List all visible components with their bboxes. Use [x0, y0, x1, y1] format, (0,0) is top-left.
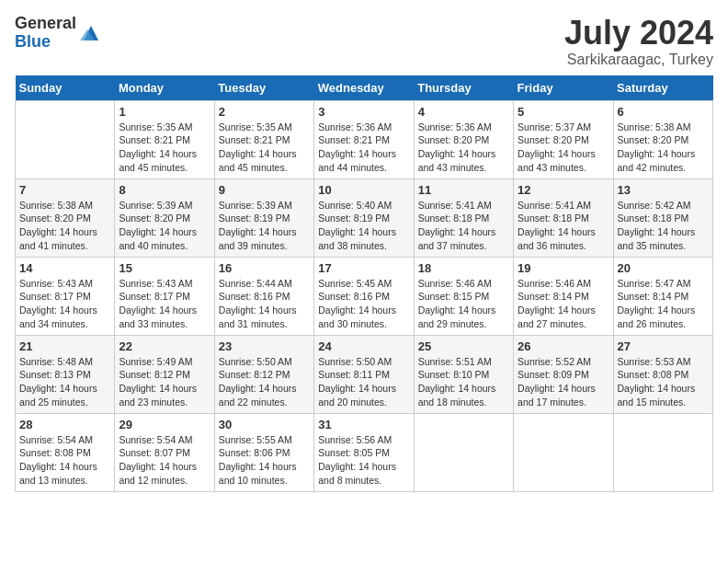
day-info: Sunrise: 5:41 AM Sunset: 8:18 PM Dayligh…: [518, 199, 609, 253]
table-row: 3Sunrise: 5:36 AM Sunset: 8:21 PM Daylig…: [314, 100, 414, 178]
day-info: Sunrise: 5:43 AM Sunset: 8:17 PM Dayligh…: [119, 277, 210, 331]
logo-blue: Blue: [15, 33, 76, 52]
col-thursday: Thursday: [414, 75, 513, 101]
table-row: 15Sunrise: 5:43 AM Sunset: 8:17 PM Dayli…: [115, 257, 214, 335]
day-info: Sunrise: 5:56 AM Sunset: 8:05 PM Dayligh…: [318, 433, 409, 488]
day-number: 15: [119, 261, 210, 275]
calendar-table: Sunday Monday Tuesday Wednesday Thursday…: [15, 75, 713, 492]
day-info: Sunrise: 5:47 AM Sunset: 8:14 PM Dayligh…: [618, 277, 709, 331]
month-year: July 2024: [564, 15, 713, 52]
table-row: 26Sunrise: 5:52 AM Sunset: 8:09 PM Dayli…: [514, 335, 613, 413]
day-info: Sunrise: 5:39 AM Sunset: 8:20 PM Dayligh…: [119, 199, 210, 253]
table-row: [613, 413, 712, 491]
day-info: Sunrise: 5:36 AM Sunset: 8:21 PM Dayligh…: [318, 121, 409, 175]
day-info: Sunrise: 5:44 AM Sunset: 8:16 PM Dayligh…: [219, 277, 310, 331]
day-number: 31: [318, 418, 409, 431]
day-number: 25: [418, 339, 509, 353]
table-row: 14Sunrise: 5:43 AM Sunset: 8:17 PM Dayli…: [16, 257, 115, 335]
day-number: 17: [318, 261, 409, 275]
table-row: 13Sunrise: 5:42 AM Sunset: 8:18 PM Dayli…: [613, 178, 712, 257]
location: Sarkikaraagac, Turkey: [564, 52, 713, 68]
table-row: 11Sunrise: 5:41 AM Sunset: 8:18 PM Dayli…: [414, 178, 513, 257]
day-number: 23: [219, 339, 310, 353]
table-row: 2Sunrise: 5:35 AM Sunset: 8:21 PM Daylig…: [214, 100, 313, 178]
table-row: 9Sunrise: 5:39 AM Sunset: 8:19 PM Daylig…: [214, 178, 313, 257]
table-row: 5Sunrise: 5:37 AM Sunset: 8:20 PM Daylig…: [514, 100, 613, 178]
header-row: Sunday Monday Tuesday Wednesday Thursday…: [16, 75, 713, 101]
day-info: Sunrise: 5:55 AM Sunset: 8:06 PM Dayligh…: [219, 433, 310, 488]
day-info: Sunrise: 5:38 AM Sunset: 8:20 PM Dayligh…: [618, 121, 709, 175]
day-info: Sunrise: 5:39 AM Sunset: 8:19 PM Dayligh…: [219, 199, 310, 253]
day-info: Sunrise: 5:54 AM Sunset: 8:08 PM Dayligh…: [19, 433, 110, 488]
logo: General Blue: [15, 15, 102, 52]
day-info: Sunrise: 5:46 AM Sunset: 8:14 PM Dayligh…: [518, 277, 609, 331]
table-row: 23Sunrise: 5:50 AM Sunset: 8:12 PM Dayli…: [214, 335, 313, 413]
table-row: 29Sunrise: 5:54 AM Sunset: 8:07 PM Dayli…: [115, 413, 214, 491]
table-row: 1Sunrise: 5:35 AM Sunset: 8:21 PM Daylig…: [115, 100, 214, 178]
col-monday: Monday: [115, 75, 214, 101]
day-number: 4: [418, 105, 509, 119]
calendar-header: Sunday Monday Tuesday Wednesday Thursday…: [16, 75, 713, 101]
table-row: [514, 413, 613, 491]
table-row: 25Sunrise: 5:51 AM Sunset: 8:10 PM Dayli…: [414, 335, 513, 413]
day-info: Sunrise: 5:38 AM Sunset: 8:20 PM Dayligh…: [19, 199, 110, 253]
day-number: 29: [119, 418, 210, 431]
day-info: Sunrise: 5:36 AM Sunset: 8:20 PM Dayligh…: [418, 121, 509, 175]
col-saturday: Saturday: [613, 75, 712, 101]
day-info: Sunrise: 5:53 AM Sunset: 8:08 PM Dayligh…: [618, 355, 709, 409]
day-info: Sunrise: 5:50 AM Sunset: 8:11 PM Dayligh…: [318, 355, 409, 409]
day-number: 20: [618, 261, 709, 275]
col-wednesday: Wednesday: [314, 75, 414, 101]
day-number: 12: [518, 183, 609, 197]
day-info: Sunrise: 5:48 AM Sunset: 8:13 PM Dayligh…: [19, 355, 110, 409]
table-row: 21Sunrise: 5:48 AM Sunset: 8:13 PM Dayli…: [16, 335, 115, 413]
table-row: [414, 413, 513, 491]
table-row: 27Sunrise: 5:53 AM Sunset: 8:08 PM Dayli…: [613, 335, 712, 413]
day-number: 5: [518, 105, 609, 119]
day-number: 24: [318, 339, 409, 353]
calendar-body: 1Sunrise: 5:35 AM Sunset: 8:21 PM Daylig…: [16, 100, 713, 491]
day-info: Sunrise: 5:41 AM Sunset: 8:18 PM Dayligh…: [418, 199, 509, 253]
logo-icon: [80, 22, 102, 44]
col-sunday: Sunday: [16, 75, 115, 101]
day-number: 22: [119, 339, 210, 353]
day-info: Sunrise: 5:51 AM Sunset: 8:10 PM Dayligh…: [418, 355, 509, 409]
day-info: Sunrise: 5:46 AM Sunset: 8:15 PM Dayligh…: [418, 277, 509, 331]
day-info: Sunrise: 5:42 AM Sunset: 8:18 PM Dayligh…: [618, 199, 709, 253]
day-number: 9: [219, 183, 310, 197]
day-info: Sunrise: 5:50 AM Sunset: 8:12 PM Dayligh…: [219, 355, 310, 409]
col-friday: Friday: [514, 75, 613, 101]
day-number: 28: [19, 418, 110, 431]
day-number: 2: [219, 105, 310, 119]
day-number: 11: [418, 183, 509, 197]
day-info: Sunrise: 5:52 AM Sunset: 8:09 PM Dayligh…: [518, 355, 609, 409]
day-info: Sunrise: 5:45 AM Sunset: 8:16 PM Dayligh…: [318, 277, 409, 331]
table-row: 16Sunrise: 5:44 AM Sunset: 8:16 PM Dayli…: [214, 257, 313, 335]
day-info: Sunrise: 5:35 AM Sunset: 8:21 PM Dayligh…: [219, 121, 310, 175]
calendar-week-1: 1Sunrise: 5:35 AM Sunset: 8:21 PM Daylig…: [16, 100, 713, 178]
day-number: 18: [418, 261, 509, 275]
table-row: 30Sunrise: 5:55 AM Sunset: 8:06 PM Dayli…: [214, 413, 313, 491]
day-number: 1: [119, 105, 210, 119]
table-row: 7Sunrise: 5:38 AM Sunset: 8:20 PM Daylig…: [16, 178, 115, 257]
table-row: 28Sunrise: 5:54 AM Sunset: 8:08 PM Dayli…: [16, 413, 115, 491]
calendar-week-4: 21Sunrise: 5:48 AM Sunset: 8:13 PM Dayli…: [16, 335, 713, 413]
table-row: 12Sunrise: 5:41 AM Sunset: 8:18 PM Dayli…: [514, 178, 613, 257]
table-row: 6Sunrise: 5:38 AM Sunset: 8:20 PM Daylig…: [613, 100, 712, 178]
day-number: 10: [318, 183, 409, 197]
table-row: 18Sunrise: 5:46 AM Sunset: 8:15 PM Dayli…: [414, 257, 513, 335]
table-row: [16, 100, 115, 178]
day-number: 3: [318, 105, 409, 119]
day-number: 26: [518, 339, 609, 353]
day-number: 19: [518, 261, 609, 275]
day-info: Sunrise: 5:35 AM Sunset: 8:21 PM Dayligh…: [119, 121, 210, 175]
day-info: Sunrise: 5:54 AM Sunset: 8:07 PM Dayligh…: [119, 433, 210, 488]
table-row: 24Sunrise: 5:50 AM Sunset: 8:11 PM Dayli…: [314, 335, 414, 413]
day-number: 27: [618, 339, 709, 353]
title-block: July 2024 Sarkikaraagac, Turkey: [564, 15, 713, 68]
table-row: 4Sunrise: 5:36 AM Sunset: 8:20 PM Daylig…: [414, 100, 513, 178]
calendar-week-2: 7Sunrise: 5:38 AM Sunset: 8:20 PM Daylig…: [16, 178, 713, 257]
day-number: 21: [19, 339, 110, 353]
day-number: 30: [219, 418, 310, 431]
day-info: Sunrise: 5:40 AM Sunset: 8:19 PM Dayligh…: [318, 199, 409, 253]
